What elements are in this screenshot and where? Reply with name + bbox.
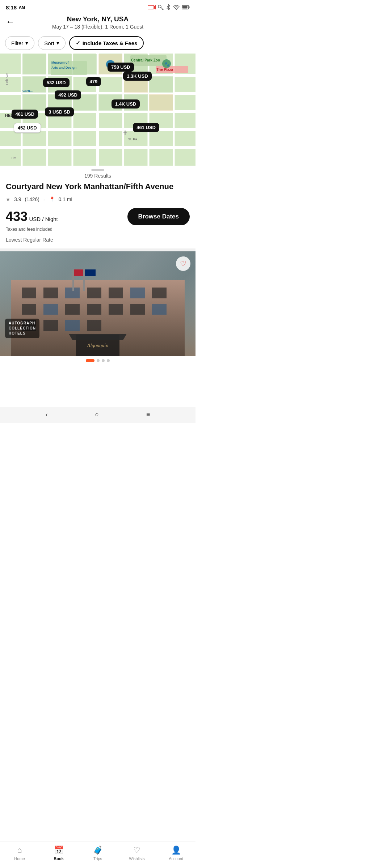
check-icon: ✓ [76, 40, 80, 46]
price-pin-461a[interactable]: 461 USD [12, 110, 38, 119]
filter-button[interactable]: Filter ▾ [5, 36, 34, 50]
android-menu[interactable]: ≡ [146, 411, 150, 418]
svg-rect-8 [189, 7, 190, 8]
svg-rect-30 [149, 76, 173, 93]
wifi-icon [173, 5, 180, 10]
svg-text:11th Ave: 11th Ave [5, 73, 9, 85]
price-pin-758[interactable]: 758 USD [108, 63, 134, 72]
price-pin-3usd[interactable]: 3 USD SD [45, 107, 74, 116]
svg-rect-76 [83, 269, 85, 291]
hotel-price: 433 [6, 209, 28, 224]
svg-rect-65 [65, 304, 80, 315]
svg-text:✝: ✝ [122, 129, 128, 137]
svg-rect-71 [43, 320, 58, 331]
android-home[interactable]: ○ [95, 411, 99, 418]
svg-rect-59 [87, 288, 101, 298]
bluetooth-icon [166, 4, 171, 10]
svg-text:Museum of: Museum of [51, 61, 69, 64]
filter-chevron-icon: ▾ [25, 40, 28, 46]
back-button[interactable]: ← [6, 17, 14, 27]
results-count: 199 Results [0, 173, 196, 179]
hotel-name[interactable]: Courtyard New York Manhattan/Fifth Avenu… [6, 182, 190, 192]
price-pin-1400[interactable]: 1.4K USD [112, 99, 140, 109]
key-icon [158, 4, 164, 10]
svg-rect-72 [65, 320, 80, 331]
dot-4 [107, 359, 110, 362]
status-bar: 8:18 AM [0, 0, 196, 13]
svg-rect-68 [130, 304, 145, 315]
price-pin-492[interactable]: 492 USD [55, 90, 81, 99]
badge-line3: HOTELS [9, 331, 36, 336]
svg-rect-22 [22, 54, 46, 75]
heart-icon: ♡ [180, 259, 186, 268]
price-pin-461b[interactable]: 461 USD [133, 123, 159, 132]
status-right [148, 4, 190, 10]
svg-marker-1 [154, 5, 156, 9]
svg-rect-62 [152, 288, 167, 298]
svg-rect-57 [43, 288, 58, 298]
filter-bar: Filter ▾ Sort ▾ ✓ Include Taxes & Fees [0, 33, 196, 54]
svg-rect-60 [109, 288, 123, 298]
svg-rect-36 [149, 94, 173, 111]
lowest-rate-label: Lowest Regular Rate [6, 237, 190, 243]
price-currency: USD / Night [29, 216, 58, 222]
android-nav-bar: ‹ ○ ≡ [0, 407, 196, 423]
dot-3 [102, 359, 105, 362]
star-icon: ★ [6, 196, 10, 202]
svg-rect-64 [43, 304, 58, 315]
status-ampm: AM [19, 5, 25, 9]
taxes-fees-button[interactable]: ✓ Include Taxes & Fees [69, 36, 144, 50]
camera-icon [148, 5, 156, 10]
search-subtitle: May 17 – 18 (Flexible), 1 Room, 1 Guest [52, 24, 143, 30]
page-title: New York, NY, USA [67, 15, 129, 23]
svg-rect-0 [148, 5, 154, 9]
svg-text:Central Park Zoo: Central Park Zoo [131, 58, 160, 62]
dot-1 [86, 359, 94, 362]
hotel-distance: 0.1 mi [59, 196, 72, 202]
svg-rect-67 [109, 304, 123, 315]
drag-handle[interactable] [91, 169, 104, 171]
price-block: 433 USD / Night [6, 209, 58, 224]
svg-rect-75 [74, 269, 85, 276]
svg-rect-7 [182, 6, 188, 9]
svg-text:Arts and Design: Arts and Design [51, 66, 76, 69]
price-pin-452[interactable]: 452 USD [14, 123, 41, 133]
hotel-meta: ★ 3.9 (1426) · 📍 0.1 mi [6, 196, 190, 203]
hotel-card: Courtyard New York Manhattan/Fifth Avenu… [0, 182, 196, 251]
price-pin-1300[interactable]: 1.3K USD [123, 72, 152, 81]
status-time: 8:18 [6, 4, 17, 10]
browse-dates-button[interactable]: Browse Dates [127, 208, 190, 225]
taxes-label: Include Taxes & Fees [83, 40, 137, 46]
hotel-brand-badge: AUTOGRAPH COLLECTION HOTELS [5, 319, 39, 338]
hotel-review-count: (1426) [25, 196, 39, 202]
price-pin-479[interactable]: 479 [86, 77, 101, 86]
android-back[interactable]: ‹ [45, 411, 47, 418]
svg-text:Carn...: Carn... [22, 89, 33, 93]
hotel-image-card[interactable]: Algonquin ♡ AUTOGRAPH COLLECTION HOTELS [0, 251, 196, 356]
dot-2 [97, 359, 100, 362]
svg-point-5 [176, 9, 177, 10]
location-icon: 📍 [49, 196, 55, 202]
svg-text:Algonquin: Algonquin [87, 343, 108, 348]
sort-label: Sort [44, 40, 54, 46]
image-dots-indicator [0, 356, 196, 363]
svg-line-3 [161, 7, 164, 10]
svg-rect-31 [22, 94, 46, 111]
sort-chevron-icon: ▾ [56, 40, 59, 46]
sort-button[interactable]: Sort ▾ [38, 36, 66, 50]
building-svg: Algonquin [0, 251, 196, 356]
badge-line2: COLLECTION [9, 326, 36, 331]
svg-text:🐾: 🐾 [164, 61, 170, 67]
svg-rect-69 [152, 304, 167, 315]
price-row: 433 USD / Night Browse Dates [6, 208, 190, 225]
header: ← New York, NY, USA May 17 – 18 (Flexibl… [0, 13, 196, 33]
svg-rect-56 [22, 288, 36, 298]
price-pin-532[interactable]: 532 USD [43, 78, 70, 87]
svg-text:Tim...: Tim... [11, 156, 19, 160]
map-area[interactable]: Central Park Zoo Museum of Arts and Desi… [0, 54, 196, 166]
hotel-rating: 3.9 [14, 196, 21, 202]
svg-rect-73 [87, 320, 101, 331]
taxes-note: Taxes and fees included [6, 227, 190, 232]
battery-icon [182, 5, 190, 9]
wishlist-button[interactable]: ♡ [176, 256, 190, 271]
